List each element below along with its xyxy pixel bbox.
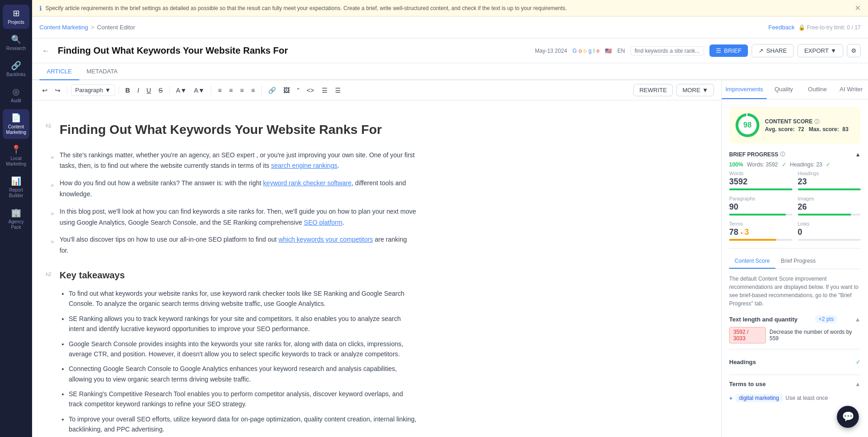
stats-grid: Words 3592 Headings 23 Paragraphs 90 [729, 171, 861, 241]
agency-pack-icon: 🏢 [11, 208, 21, 218]
panel-tab-outline[interactable]: Outline [801, 80, 835, 99]
feedback-label: Feedback [769, 24, 795, 31]
audit-icon: ◎ [12, 87, 20, 97]
images-bar [798, 214, 861, 216]
panel-tab-quality[interactable]: Quality [767, 80, 801, 99]
quote-button[interactable]: " [294, 85, 302, 96]
brief-button[interactable]: ☰ BRIEF [709, 44, 748, 57]
info-bar-close-button[interactable]: ✕ [855, 4, 861, 12]
words-bar [729, 188, 792, 190]
toolbar-sep-3 [169, 86, 170, 95]
panel-tabs: Improvements Quality Outline AI Writer [722, 80, 868, 100]
brief-progress-label: BRIEF PROGRESS ⓘ ▲ [729, 151, 861, 158]
panel-tab-ai-writer[interactable]: AI Writer [834, 80, 868, 99]
sidebar-item-backlinks[interactable]: 🔗 Backlinks [3, 57, 29, 81]
keyword-input[interactable]: find keywords a site rank... [631, 46, 704, 55]
images-value: 26 [798, 202, 861, 212]
projects-icon: ⊞ [13, 8, 20, 18]
more-button[interactable]: MORE ▼ [676, 84, 714, 96]
word-count-badge: 3592 / 3033 [729, 327, 766, 343]
words-value: 3592 [729, 177, 792, 187]
max-score-value: 83 [842, 126, 848, 133]
stat-words: Words 3592 [729, 171, 792, 190]
sidebar-item-report-builder[interactable]: 📊 Report Builder [3, 172, 29, 202]
breadcrumb-separator: > [91, 24, 94, 31]
score-sub: Avg. score: 72 Max. score: 83 [765, 126, 854, 133]
rewrite-button[interactable]: REWRITE [633, 84, 673, 96]
strikethrough-button[interactable]: S [156, 85, 165, 96]
italic-button[interactable]: I [135, 85, 142, 96]
settings-button[interactable]: ⚙ [847, 44, 861, 57]
p4-link[interactable]: which keywords your competitors [279, 236, 373, 243]
terms-add-row: + digital marketing Use at least once [729, 391, 861, 405]
tab-article[interactable]: ARTICLE [39, 63, 79, 80]
sidebar-item-research[interactable]: 🔍 Research [3, 31, 29, 55]
sidebar-label-projects: Projects [8, 20, 24, 25]
links-bar [798, 239, 861, 241]
underline-button[interactable]: U [144, 85, 154, 96]
tab-metadata[interactable]: METADATA [79, 63, 125, 80]
term-chip[interactable]: digital marketing [736, 394, 783, 402]
brief-progress-headings: Headings: 23 [790, 161, 823, 168]
align-center-button[interactable]: ≡ [226, 85, 236, 96]
sidebar-item-content-marketing[interactable]: 📄 Content Marketing [3, 109, 29, 139]
paragraph-dropdown[interactable]: Paragraph ▼ [71, 84, 115, 96]
align-left-button[interactable]: ≡ [215, 85, 224, 96]
feedback-button[interactable]: Feedback [769, 24, 795, 31]
terms-collapse[interactable]: ▲ [855, 381, 861, 387]
sidebar-item-projects[interactable]: ⊞ Projects [3, 5, 29, 29]
editor-content[interactable]: h1 Finding Out What Keywords Your Websit… [32, 100, 445, 437]
align-justify-button[interactable]: ≡ [248, 85, 258, 96]
paragraph-3: ▸ In this blog post, we'll look at how y… [60, 206, 417, 228]
undo-button[interactable]: ↩ [39, 85, 50, 96]
free-trial-text: Free-to-try limit: 0 / 17 [807, 24, 861, 31]
p1-link[interactable]: search engine rankings [271, 162, 337, 169]
sidebar-item-agency-pack[interactable]: 🏢 Agency Pack [3, 204, 29, 234]
breadcrumb-current: Content Editor [97, 24, 135, 31]
p2-indicator: ▸ [51, 180, 55, 191]
code-button[interactable]: <> [304, 85, 317, 96]
text-length-collapse[interactable]: ▲ [855, 316, 861, 323]
word-count-row: 3592 / 3033 Decrease the number of words… [729, 327, 861, 343]
headings-section-label: Headings [729, 359, 756, 365]
paragraph-2: ▸ How do you find out how a website rank… [60, 178, 417, 200]
numbered-list-button[interactable]: ☰ [332, 85, 344, 96]
panel-tab-improvements[interactable]: Improvements [722, 80, 767, 99]
headings-section-check: ✓ [856, 359, 861, 365]
highlight-button[interactable]: A▼ [173, 85, 189, 96]
sidebar-label-local-marketing: Local Marketing [5, 156, 27, 167]
divider-3 [729, 375, 861, 375]
sub-tab-brief-progress[interactable]: Brief Progress [775, 254, 821, 269]
link-button[interactable]: 🔗 [265, 85, 279, 96]
sidebar-item-local-marketing[interactable]: 📍 Local Marketing [3, 141, 29, 171]
sidebar-label-agency-pack: Agency Pack [5, 219, 27, 230]
font-color-button[interactable]: A▼ [191, 85, 207, 96]
brief-progress-collapse[interactable]: ▲ [855, 151, 861, 158]
text-length-title: Text length and quantity [729, 316, 797, 323]
share-button[interactable]: ↗ SHARE [752, 44, 794, 57]
headings-check: ✓ [826, 161, 830, 168]
brief-progress-pct: 100% [729, 161, 743, 168]
breadcrumb-home[interactable]: Content Marketing [39, 24, 88, 31]
bullet-list-button[interactable]: ☰ [319, 85, 330, 96]
text-length-section: Text length and quantity +2 pts ▲ 3592 /… [729, 315, 861, 343]
sub-tab-content-score[interactable]: Content Score [729, 254, 775, 269]
free-trial-badge: 🔒 Free-to-try limit: 0 / 17 [798, 24, 861, 31]
stat-paragraphs: Paragraphs 90 [729, 196, 792, 216]
h2-indicator: h2 [46, 270, 51, 279]
list-item-6: To improve your overall SEO efforts, uti… [69, 414, 417, 435]
backlinks-icon: 🔗 [11, 61, 21, 71]
p2-link[interactable]: keyword rank checker software [263, 179, 352, 187]
share-icon: ↗ [758, 47, 764, 54]
p3-link[interactable]: SEO platform [304, 219, 342, 226]
align-right-button[interactable]: ≡ [237, 85, 247, 96]
bold-button[interactable]: B [123, 85, 133, 96]
export-button[interactable]: EXPORT ▼ [797, 44, 843, 57]
sidebar-item-audit[interactable]: ◎ Audit [3, 83, 29, 107]
redo-button[interactable]: ↪ [52, 85, 63, 96]
paragraphs-label: Paragraphs [729, 196, 792, 201]
image-button[interactable]: 🖼 [280, 85, 292, 96]
chat-button[interactable]: 💬 [837, 406, 859, 428]
back-button[interactable]: ← [39, 44, 52, 57]
brief-progress-row: 100% Words: 3592 ✓ Headings: 23 ✓ [729, 161, 861, 168]
